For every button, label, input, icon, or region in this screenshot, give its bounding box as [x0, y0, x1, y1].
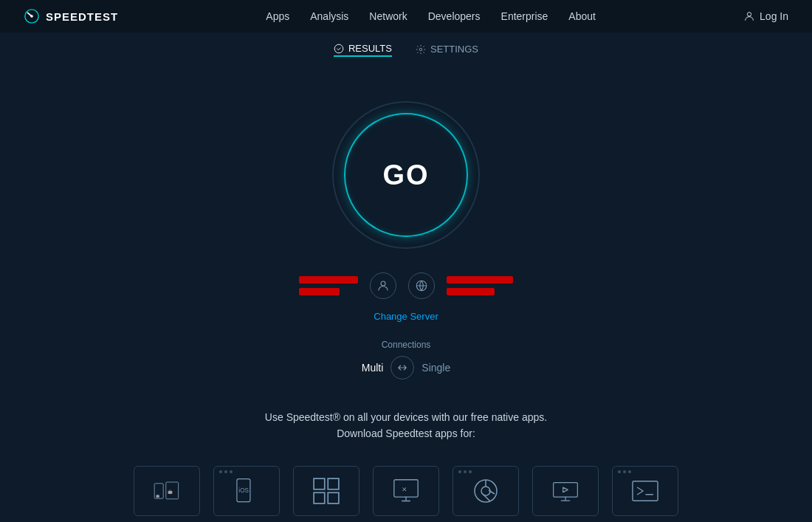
cli-icon-box: [612, 466, 678, 516]
app-card-ios[interactable]: iOS iOS: [213, 466, 280, 522]
tab-settings[interactable]: SETTINGS: [416, 43, 478, 57]
connections-single-label: Single: [422, 362, 450, 374]
person-icon: [370, 272, 396, 299]
svg-rect-15: [314, 492, 325, 504]
mac-icon-box: ✕: [373, 466, 439, 516]
user-icon: [743, 10, 755, 22]
nav-apps[interactable]: Apps: [266, 10, 289, 22]
app-card-mac[interactable]: ✕ Mac: [373, 466, 439, 522]
server-info: [299, 272, 513, 299]
isp-location-redacted: [299, 288, 340, 295]
promo-section: Use Speedtest® on all your devices with …: [265, 409, 547, 442]
svg-rect-16: [328, 492, 339, 504]
svg-text:✕: ✕: [402, 486, 407, 493]
login-label: Log In: [760, 10, 788, 22]
chrome-dots: [458, 470, 472, 473]
main-nav: Apps Analysis Network Developers Enterpr…: [266, 10, 596, 22]
svg-rect-13: [314, 478, 325, 490]
svg-point-5: [381, 281, 385, 286]
nav-analysis[interactable]: Analysis: [310, 10, 348, 22]
go-button[interactable]: GO: [351, 120, 461, 230]
tab-results-label: RESULTS: [348, 43, 392, 54]
svg-point-4: [419, 48, 422, 51]
chrome-icon-box: [453, 466, 519, 516]
svg-text:iOS: iOS: [238, 487, 249, 493]
globe-icon: [408, 272, 435, 299]
tab-settings-label: SETTINGS: [430, 44, 478, 55]
apps-row: 🤖 🤖 Android iOS iOS: [134, 466, 678, 522]
svg-rect-21: [554, 482, 578, 497]
connections-label: Connections: [382, 340, 431, 350]
svg-text:🤖: 🤖: [156, 494, 160, 498]
isp-info: [299, 276, 358, 295]
server-sub-redacted: [447, 288, 495, 295]
main-content: GO Change Server Connections: [0, 64, 812, 522]
svg-point-2: [747, 13, 751, 16]
login-button[interactable]: Log In: [743, 10, 788, 22]
nav-network[interactable]: Network: [369, 10, 407, 22]
logo[interactable]: SPEEDTEST: [24, 8, 118, 24]
isp-name-redacted: [299, 276, 358, 284]
promo-line1: Use Speedtest® on all your devices with …: [265, 409, 547, 425]
svg-point-1: [30, 15, 33, 18]
windows-icon-box: [293, 466, 359, 516]
svg-point-3: [334, 44, 343, 53]
app-card-cli[interactable]: CLI: [612, 466, 678, 522]
nav-enterprise[interactable]: Enterprise: [501, 10, 548, 22]
logo-text: SPEEDTEST: [46, 10, 118, 23]
connections-multi-label: Multi: [362, 362, 384, 374]
cli-dots: [618, 470, 631, 473]
svg-rect-22: [633, 481, 658, 501]
app-card-android[interactable]: 🤖 🤖 Android: [134, 466, 200, 522]
app-card-appletv[interactable]: AppleTV: [532, 466, 599, 522]
ios-icon-box: iOS: [213, 466, 280, 516]
app-card-windows[interactable]: Windows: [293, 466, 359, 522]
svg-text:🤖: 🤖: [168, 489, 173, 495]
promo-line2: Download Speedtest apps for:: [265, 425, 547, 442]
connections-section: Connections Multi Single: [362, 340, 450, 380]
header: SPEEDTEST Apps Analysis Network Develope…: [0, 0, 812, 32]
speed-test-circle: GO: [332, 101, 480, 249]
nav-about[interactable]: About: [568, 10, 596, 22]
ios-dots: [219, 470, 233, 473]
appletv-icon-box: [532, 466, 599, 516]
change-server-link[interactable]: Change Server: [374, 311, 438, 322]
svg-rect-14: [328, 478, 339, 490]
android-icon-box: 🤖 🤖: [134, 466, 200, 516]
nav-developers[interactable]: Developers: [428, 10, 481, 22]
server-block: [447, 276, 513, 295]
app-card-chrome[interactable]: Chrome: [453, 466, 519, 522]
connections-toggle-icon[interactable]: [390, 356, 414, 380]
results-icon: [334, 44, 344, 54]
connections-toggle: Multi Single: [362, 356, 450, 380]
server-name-redacted: [447, 276, 513, 284]
speedtest-logo-icon: [24, 8, 40, 24]
tabs-bar: RESULTS SETTINGS: [0, 32, 812, 64]
settings-icon: [416, 44, 426, 55]
tab-results[interactable]: RESULTS: [334, 43, 392, 57]
